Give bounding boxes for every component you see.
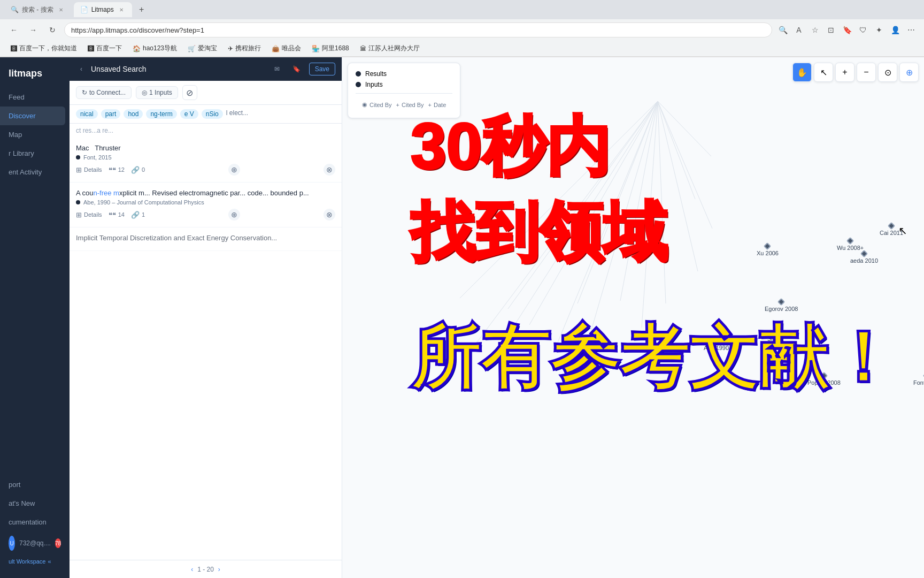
- workspace-label[interactable]: ult Workspace «: [0, 555, 70, 568]
- translate-icon[interactable]: A: [792, 24, 805, 36]
- tag-ngterm[interactable]: ng-term: [146, 109, 176, 119]
- add-button-2[interactable]: ⊕: [228, 209, 240, 220]
- show-all-tags[interactable]: l elect...: [226, 109, 248, 119]
- cite-count-1[interactable]: ❝❝ 12: [109, 166, 125, 174]
- filter-cited-by-2[interactable]: + Cited By: [396, 101, 424, 108]
- copilot-icon[interactable]: ✦: [873, 24, 886, 36]
- node-wu2008[interactable]: Wu 2008+: [837, 238, 864, 251]
- bookmark-search-button[interactable]: 🔖: [288, 63, 305, 75]
- table-row: A coun-free mxplicit m... Revised electr…: [70, 182, 342, 227]
- result-title-3[interactable]: Implicit Temporal Discretization and Exa…: [76, 234, 335, 242]
- node-maeda2010[interactable]: aeda 2010: [850, 251, 878, 264]
- bookmark-jiangsu[interactable]: 🏛 江苏人社网办大厅: [356, 43, 424, 54]
- node-sriva[interactable]: Srivi...: [767, 329, 784, 342]
- bookmark-ctrip[interactable]: ✈ 携程旅行: [224, 43, 265, 54]
- sidebar-item-map[interactable]: Map: [0, 125, 65, 144]
- search-header: ‹ Unsaved Search ✉ 🔖 Save: [70, 57, 342, 81]
- node-font2015[interactable]: Font 2015: [913, 373, 924, 386]
- details-button-2[interactable]: ⊞ Details: [76, 211, 102, 219]
- bookmark-taobao[interactable]: 🛒 爱淘宝: [183, 43, 221, 54]
- sidebar-item-whatsnew[interactable]: at's New: [0, 494, 65, 513]
- node-dot-abe1990: [712, 337, 720, 345]
- results-list: Mac Thruster Font, 2015 ⊞ Details ❝❝ 12: [70, 138, 342, 560]
- tab-close-litmaps[interactable]: ✕: [117, 5, 126, 14]
- sidebar-item-docs[interactable]: cumentation: [0, 513, 65, 531]
- next-page-button[interactable]: ›: [218, 566, 220, 573]
- table-row: Implicit Temporal Discretization and Exa…: [70, 227, 342, 251]
- sidebar-item-activity[interactable]: ent Activity: [0, 163, 65, 181]
- legend-dot-results: [356, 71, 361, 77]
- inputs-button[interactable]: ◎ 1 Inputs: [136, 86, 178, 99]
- back-to-search-button[interactable]: ‹: [76, 63, 87, 75]
- link-count-2[interactable]: 🔗 1: [131, 211, 145, 219]
- pointer-tool-button[interactable]: ↖: [814, 63, 833, 82]
- add-button-1[interactable]: ⊕: [228, 164, 240, 176]
- forward-button[interactable]: →: [26, 22, 41, 37]
- tab-search[interactable]: 🔍 搜索 - 搜索 ✕: [4, 2, 72, 17]
- save-search-button[interactable]: Save: [309, 63, 335, 75]
- bookmark-vip[interactable]: 👜 唯品会: [267, 43, 305, 54]
- node-abe1990[interactable]: Abe 1990: [704, 338, 729, 351]
- dismiss-button-2[interactable]: ⊗: [324, 209, 335, 220]
- cite-count-2[interactable]: ❝❝ 14: [109, 211, 125, 219]
- prev-page-button[interactable]: ‹: [191, 566, 193, 573]
- result-author-1: Font, 2015: [76, 154, 335, 161]
- result-author-2: Abe, 1990 – Journal of Computational Phy…: [76, 199, 335, 206]
- fit-view-button[interactable]: ⊙: [878, 63, 897, 82]
- bookmark-baidu1[interactable]: 🅱 百度一下，你就知道: [6, 43, 81, 54]
- tag-hod[interactable]: hod: [124, 109, 143, 119]
- location-button[interactable]: ⊕: [899, 63, 919, 82]
- filter-date[interactable]: + Date: [428, 101, 446, 108]
- bookmark-1688[interactable]: 🏪 阿里1688: [307, 43, 353, 54]
- sidebar-item-discover[interactable]: Discover: [0, 107, 65, 125]
- split-icon[interactable]: ⊡: [825, 24, 837, 36]
- tab-close-search[interactable]: ✕: [57, 5, 65, 14]
- user-avatar[interactable]: U 732@qq.... 78: [0, 531, 70, 555]
- tag-ev[interactable]: e V: [180, 109, 198, 119]
- refresh-button[interactable]: ↻: [45, 22, 60, 37]
- sidebar-item-library[interactable]: r Library: [0, 144, 65, 163]
- send-button[interactable]: ✉: [270, 63, 284, 75]
- tag-nical[interactable]: nical: [76, 109, 98, 119]
- zoom-out-button[interactable]: −: [857, 63, 876, 82]
- node-egorov2008[interactable]: Egorov 2008: [765, 299, 798, 312]
- settings-icon[interactable]: ⋯: [905, 24, 918, 36]
- search-icon[interactable]: 🔍: [776, 24, 789, 36]
- legend-inputs[interactable]: Inputs: [356, 79, 452, 90]
- address-input[interactable]: https://app.litmaps.co/discover/new?step…: [64, 22, 772, 37]
- new-tab-button[interactable]: +: [134, 2, 149, 17]
- svg-line-10: [658, 101, 666, 303]
- sidebar-item-support[interactable]: port: [0, 475, 65, 494]
- node-poplau2008[interactable]: Poplau 2008: [807, 373, 841, 386]
- profile-icon[interactable]: 👤: [889, 24, 902, 36]
- svg-line-2: [578, 101, 658, 303]
- zoom-in-button[interactable]: +: [835, 63, 854, 82]
- user-email: 732@qq....: [19, 539, 51, 547]
- shield-icon[interactable]: 🛡: [857, 24, 869, 36]
- tag-part[interactable]: part: [101, 109, 121, 119]
- filter-button[interactable]: ⊘: [182, 85, 197, 100]
- node-xu2006[interactable]: Xu 2006: [757, 244, 779, 256]
- back-button[interactable]: ←: [6, 22, 21, 37]
- result-title-2[interactable]: A coun-free mxplicit m... Revised electr…: [76, 189, 335, 197]
- hand-tool-button[interactable]: ✋: [792, 63, 812, 82]
- bookmark-hao123[interactable]: 🏠 hao123导航: [128, 43, 181, 54]
- tab-label-litmaps: Litmaps: [91, 6, 114, 13]
- node-dot-poplau2008: [820, 372, 828, 379]
- sidebar-item-feed[interactable]: Feed: [0, 88, 65, 107]
- tag-nsio[interactable]: nSio: [202, 109, 223, 119]
- bookmark-icon[interactable]: 🔖: [841, 24, 853, 36]
- star-icon[interactable]: ☆: [808, 24, 821, 36]
- connected-button[interactable]: ↻ to Connect...: [76, 86, 132, 99]
- tab-litmaps[interactable]: 📄 Litmaps ✕: [74, 2, 132, 17]
- node-cai2011[interactable]: Cai 2011: [880, 223, 903, 236]
- result-title-1[interactable]: Mac Thruster: [76, 144, 335, 152]
- bookmark-baidu2[interactable]: 🅱 百度一下: [83, 43, 126, 54]
- workspace-text: ult Workspace: [9, 558, 46, 565]
- legend-results[interactable]: Results: [356, 69, 452, 79]
- filter-cited-by-1[interactable]: ◉ Cited By: [362, 101, 392, 108]
- dismiss-button-1[interactable]: ⊗: [324, 164, 335, 176]
- details-button-1[interactable]: ⊞ Details: [76, 166, 102, 174]
- link-count-1[interactable]: 🔗 0: [131, 166, 145, 174]
- address-bar-row: ← → ↻ https://app.litmaps.co/discover/ne…: [0, 19, 924, 41]
